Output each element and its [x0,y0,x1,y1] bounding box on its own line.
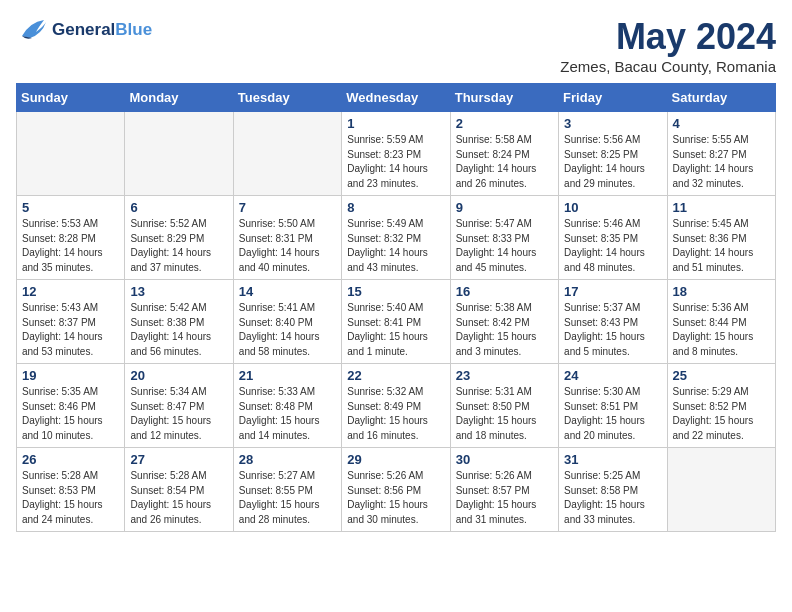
day-number: 19 [22,368,119,383]
day-info: Sunrise: 5:28 AM Sunset: 8:53 PM Dayligh… [22,469,119,527]
day-number: 1 [347,116,444,131]
day-info: Sunrise: 5:30 AM Sunset: 8:51 PM Dayligh… [564,385,661,443]
day-number: 21 [239,368,336,383]
day-info: Sunrise: 5:52 AM Sunset: 8:29 PM Dayligh… [130,217,227,275]
calendar-cell: 4Sunrise: 5:55 AM Sunset: 8:27 PM Daylig… [667,112,775,196]
day-info: Sunrise: 5:34 AM Sunset: 8:47 PM Dayligh… [130,385,227,443]
day-number: 26 [22,452,119,467]
calendar-cell: 31Sunrise: 5:25 AM Sunset: 8:58 PM Dayli… [559,448,667,532]
day-info: Sunrise: 5:38 AM Sunset: 8:42 PM Dayligh… [456,301,553,359]
day-info: Sunrise: 5:33 AM Sunset: 8:48 PM Dayligh… [239,385,336,443]
day-info: Sunrise: 5:35 AM Sunset: 8:46 PM Dayligh… [22,385,119,443]
calendar-cell: 29Sunrise: 5:26 AM Sunset: 8:56 PM Dayli… [342,448,450,532]
day-info: Sunrise: 5:53 AM Sunset: 8:28 PM Dayligh… [22,217,119,275]
calendar-cell: 19Sunrise: 5:35 AM Sunset: 8:46 PM Dayli… [17,364,125,448]
calendar-cell: 11Sunrise: 5:45 AM Sunset: 8:36 PM Dayli… [667,196,775,280]
day-info: Sunrise: 5:43 AM Sunset: 8:37 PM Dayligh… [22,301,119,359]
day-number: 4 [673,116,770,131]
calendar-cell: 30Sunrise: 5:26 AM Sunset: 8:57 PM Dayli… [450,448,558,532]
day-number: 2 [456,116,553,131]
day-info: Sunrise: 5:59 AM Sunset: 8:23 PM Dayligh… [347,133,444,191]
day-info: Sunrise: 5:45 AM Sunset: 8:36 PM Dayligh… [673,217,770,275]
calendar-cell: 10Sunrise: 5:46 AM Sunset: 8:35 PM Dayli… [559,196,667,280]
calendar-week-row: 5Sunrise: 5:53 AM Sunset: 8:28 PM Daylig… [17,196,776,280]
day-info: Sunrise: 5:58 AM Sunset: 8:24 PM Dayligh… [456,133,553,191]
day-number: 5 [22,200,119,215]
calendar-cell: 5Sunrise: 5:53 AM Sunset: 8:28 PM Daylig… [17,196,125,280]
day-number: 14 [239,284,336,299]
day-info: Sunrise: 5:36 AM Sunset: 8:44 PM Dayligh… [673,301,770,359]
calendar-cell: 22Sunrise: 5:32 AM Sunset: 8:49 PM Dayli… [342,364,450,448]
calendar-cell [233,112,341,196]
day-number: 9 [456,200,553,215]
day-info: Sunrise: 5:27 AM Sunset: 8:55 PM Dayligh… [239,469,336,527]
calendar-cell: 7Sunrise: 5:50 AM Sunset: 8:31 PM Daylig… [233,196,341,280]
day-number: 18 [673,284,770,299]
calendar-cell: 1Sunrise: 5:59 AM Sunset: 8:23 PM Daylig… [342,112,450,196]
calendar-week-row: 26Sunrise: 5:28 AM Sunset: 8:53 PM Dayli… [17,448,776,532]
day-number: 23 [456,368,553,383]
day-number: 10 [564,200,661,215]
day-number: 11 [673,200,770,215]
calendar-header-row: SundayMondayTuesdayWednesdayThursdayFrid… [17,84,776,112]
header-sunday: Sunday [17,84,125,112]
day-number: 3 [564,116,661,131]
calendar-cell: 3Sunrise: 5:56 AM Sunset: 8:25 PM Daylig… [559,112,667,196]
calendar-cell: 24Sunrise: 5:30 AM Sunset: 8:51 PM Dayli… [559,364,667,448]
day-info: Sunrise: 5:25 AM Sunset: 8:58 PM Dayligh… [564,469,661,527]
day-info: Sunrise: 5:50 AM Sunset: 8:31 PM Dayligh… [239,217,336,275]
page-header: GeneralBlue May 2024 Zemes, Bacau County… [16,16,776,75]
calendar-cell: 20Sunrise: 5:34 AM Sunset: 8:47 PM Dayli… [125,364,233,448]
logo-text: GeneralBlue [52,20,152,40]
day-number: 29 [347,452,444,467]
day-info: Sunrise: 5:37 AM Sunset: 8:43 PM Dayligh… [564,301,661,359]
calendar-cell: 26Sunrise: 5:28 AM Sunset: 8:53 PM Dayli… [17,448,125,532]
day-number: 25 [673,368,770,383]
calendar-cell: 23Sunrise: 5:31 AM Sunset: 8:50 PM Dayli… [450,364,558,448]
day-number: 13 [130,284,227,299]
day-info: Sunrise: 5:55 AM Sunset: 8:27 PM Dayligh… [673,133,770,191]
day-info: Sunrise: 5:28 AM Sunset: 8:54 PM Dayligh… [130,469,227,527]
title-block: May 2024 Zemes, Bacau County, Romania [560,16,776,75]
day-number: 12 [22,284,119,299]
day-info: Sunrise: 5:41 AM Sunset: 8:40 PM Dayligh… [239,301,336,359]
day-number: 6 [130,200,227,215]
day-info: Sunrise: 5:31 AM Sunset: 8:50 PM Dayligh… [456,385,553,443]
day-info: Sunrise: 5:49 AM Sunset: 8:32 PM Dayligh… [347,217,444,275]
calendar-cell: 17Sunrise: 5:37 AM Sunset: 8:43 PM Dayli… [559,280,667,364]
calendar-cell: 21Sunrise: 5:33 AM Sunset: 8:48 PM Dayli… [233,364,341,448]
logo-icon [16,16,48,44]
header-wednesday: Wednesday [342,84,450,112]
day-number: 7 [239,200,336,215]
day-info: Sunrise: 5:26 AM Sunset: 8:57 PM Dayligh… [456,469,553,527]
calendar-week-row: 1Sunrise: 5:59 AM Sunset: 8:23 PM Daylig… [17,112,776,196]
day-info: Sunrise: 5:56 AM Sunset: 8:25 PM Dayligh… [564,133,661,191]
calendar-cell: 27Sunrise: 5:28 AM Sunset: 8:54 PM Dayli… [125,448,233,532]
calendar-cell [125,112,233,196]
calendar-cell: 14Sunrise: 5:41 AM Sunset: 8:40 PM Dayli… [233,280,341,364]
calendar-cell: 25Sunrise: 5:29 AM Sunset: 8:52 PM Dayli… [667,364,775,448]
calendar-cell: 28Sunrise: 5:27 AM Sunset: 8:55 PM Dayli… [233,448,341,532]
day-number: 22 [347,368,444,383]
day-info: Sunrise: 5:26 AM Sunset: 8:56 PM Dayligh… [347,469,444,527]
day-number: 17 [564,284,661,299]
header-monday: Monday [125,84,233,112]
day-number: 30 [456,452,553,467]
day-info: Sunrise: 5:40 AM Sunset: 8:41 PM Dayligh… [347,301,444,359]
day-info: Sunrise: 5:46 AM Sunset: 8:35 PM Dayligh… [564,217,661,275]
calendar-cell: 13Sunrise: 5:42 AM Sunset: 8:38 PM Dayli… [125,280,233,364]
calendar-cell: 2Sunrise: 5:58 AM Sunset: 8:24 PM Daylig… [450,112,558,196]
calendar-cell: 18Sunrise: 5:36 AM Sunset: 8:44 PM Dayli… [667,280,775,364]
header-saturday: Saturday [667,84,775,112]
day-info: Sunrise: 5:47 AM Sunset: 8:33 PM Dayligh… [456,217,553,275]
day-number: 24 [564,368,661,383]
day-number: 28 [239,452,336,467]
day-number: 20 [130,368,227,383]
calendar-cell: 9Sunrise: 5:47 AM Sunset: 8:33 PM Daylig… [450,196,558,280]
day-number: 27 [130,452,227,467]
calendar-cell [17,112,125,196]
day-info: Sunrise: 5:29 AM Sunset: 8:52 PM Dayligh… [673,385,770,443]
day-info: Sunrise: 5:42 AM Sunset: 8:38 PM Dayligh… [130,301,227,359]
day-number: 16 [456,284,553,299]
calendar-table: SundayMondayTuesdayWednesdayThursdayFrid… [16,83,776,532]
